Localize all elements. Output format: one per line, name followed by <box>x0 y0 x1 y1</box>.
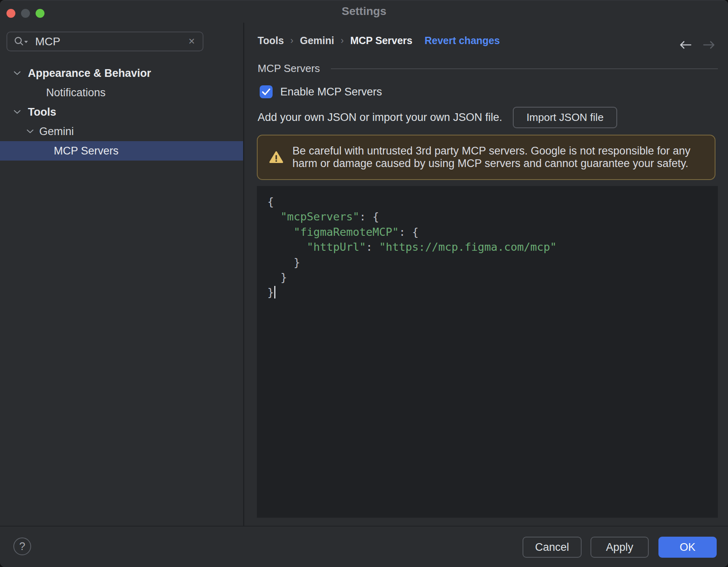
sidebar-item-label: Notifications <box>46 87 106 99</box>
sidebar-item-label: Tools <box>28 106 56 118</box>
chevron-down-icon[interactable] <box>14 110 21 114</box>
sidebar-item-label: Appearance & Behavior <box>28 67 151 80</box>
sidebar-item-gemini[interactable]: Gemini <box>0 122 243 141</box>
settings-main-panel: Tools › Gemini › MCP Servers Revert chan… <box>244 23 728 526</box>
traffic-lights <box>6 9 44 18</box>
settings-sidebar: × Appearance & Behavior Notifications To… <box>0 23 244 526</box>
settings-window: Settings × Appearance & Behavior <box>0 0 728 567</box>
breadcrumb-item-tools[interactable]: Tools <box>258 35 284 47</box>
sidebar-item-notifications[interactable]: Notifications <box>0 83 243 102</box>
import-json-file-button[interactable]: Import JSON file <box>513 107 617 128</box>
section-divider <box>331 68 718 69</box>
ok-button[interactable]: OK <box>658 537 717 558</box>
code-line: } <box>267 270 710 285</box>
code-line: } <box>267 255 710 270</box>
back-arrow-icon[interactable] <box>679 40 692 49</box>
question-mark-icon: ? <box>19 540 25 553</box>
enable-mcp-row: Enable MCP Servers <box>260 85 382 98</box>
clear-search-icon[interactable]: × <box>186 36 197 47</box>
sidebar-item-tools[interactable]: Tools <box>0 102 243 122</box>
sidebar-item-label: Gemini <box>39 125 74 138</box>
section-header: MCP Servers <box>258 62 718 75</box>
revert-changes-link[interactable]: Revert changes <box>425 35 500 47</box>
code-line: "mcpServers": { <box>267 209 710 224</box>
code-line: "httpUrl": "https://mcp.figma.com/mcp" <box>267 239 710 254</box>
section-title: MCP Servers <box>258 62 320 75</box>
help-button[interactable]: ? <box>13 537 31 555</box>
dialog-footer: ? Cancel Apply OK <box>0 526 728 567</box>
minimize-window-button[interactable] <box>21 9 30 18</box>
cancel-button[interactable]: Cancel <box>523 537 582 558</box>
text-caret <box>274 286 275 298</box>
apply-button[interactable]: Apply <box>590 537 649 558</box>
history-nav <box>679 40 716 49</box>
breadcrumb-separator-icon: › <box>290 35 294 46</box>
enable-mcp-checkbox[interactable] <box>260 85 273 98</box>
forward-arrow-icon[interactable] <box>703 40 716 49</box>
import-json-text: Add your own JSON or import your own JSO… <box>258 111 502 124</box>
code-line: { <box>267 194 710 209</box>
breadcrumb-item-mcp-servers: MCP Servers <box>350 35 413 47</box>
import-json-row: Add your own JSON or import your own JSO… <box>258 106 718 128</box>
chevron-down-icon[interactable] <box>14 71 21 75</box>
checkmark-icon <box>260 85 273 98</box>
settings-tree: Appearance & Behavior Notifications Tool… <box>0 63 243 161</box>
close-window-button[interactable] <box>6 9 15 18</box>
enable-mcp-label[interactable]: Enable MCP Servers <box>280 86 382 98</box>
search-input[interactable] <box>34 35 186 49</box>
breadcrumb-item-gemini[interactable]: Gemini <box>300 35 334 47</box>
warning-text: Be careful with untrusted 3rd party MCP … <box>292 145 703 170</box>
search-icon <box>13 36 30 47</box>
mcp-json-editor[interactable]: { "mcpServers": { "figmaRemoteMCP": { "h… <box>257 186 718 518</box>
breadcrumb-separator-icon: › <box>341 35 344 46</box>
window-title: Settings <box>0 0 728 23</box>
warning-banner: Be careful with untrusted 3rd party MCP … <box>257 135 715 180</box>
warning-icon <box>269 151 284 164</box>
settings-search-box[interactable]: × <box>6 32 203 51</box>
zoom-window-button[interactable] <box>36 9 44 18</box>
titlebar: Settings <box>0 0 728 23</box>
code-line: } <box>267 285 710 300</box>
breadcrumb: Tools › Gemini › MCP Servers Revert chan… <box>258 35 500 47</box>
chevron-down-icon[interactable] <box>27 129 34 133</box>
sidebar-item-appearance-behavior[interactable]: Appearance & Behavior <box>0 63 243 83</box>
sidebar-item-mcp-servers[interactable]: MCP Servers <box>0 141 243 161</box>
sidebar-item-label: MCP Servers <box>54 145 119 157</box>
code-line: "figmaRemoteMCP": { <box>267 224 710 239</box>
